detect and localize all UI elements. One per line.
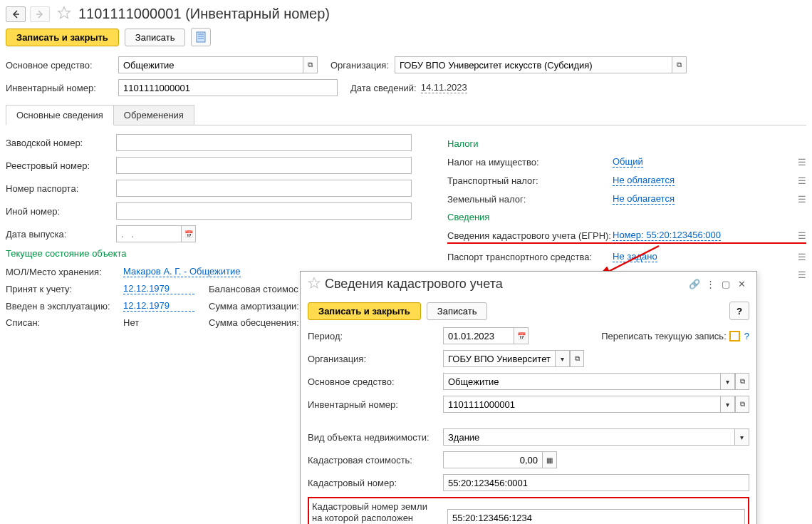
dlg-cadcost-calc[interactable]: ▦ <box>543 451 557 468</box>
passport-no-label: Номер паспорта: <box>6 183 116 194</box>
date-label: Дата сведений: <box>350 83 417 93</box>
release-date-picker[interactable]: 📅 <box>182 225 196 242</box>
row-inv: Инвентарный номер: Дата сведений: 14.11.… <box>6 79 806 96</box>
pts-link[interactable]: Не задано <box>613 251 657 262</box>
inv-input[interactable] <box>118 79 338 96</box>
favorite-star-icon[interactable] <box>308 277 321 292</box>
list-icon[interactable]: ☰ <box>789 230 806 241</box>
land-tax-link[interactable]: Не облагается <box>613 193 675 205</box>
open-icon: ⧉ <box>740 400 745 409</box>
dlg-period-picker[interactable]: 📅 <box>514 327 529 344</box>
page-title: 1101111000001 (Инвентарный номер) <box>78 6 330 22</box>
section-info: Сведения <box>447 212 806 222</box>
dlg-objtype-input[interactable] <box>443 428 735 446</box>
svg-marker-8 <box>309 277 320 287</box>
tab-encumbrances[interactable]: Обременения <box>113 105 194 125</box>
dlg-objtype-dropdown[interactable]: ▾ <box>735 428 749 446</box>
chevron-down-icon: ▾ <box>726 378 729 386</box>
back-button[interactable] <box>6 6 26 22</box>
dlg-asset-dropdown[interactable]: ▾ <box>721 373 735 390</box>
row-asset: Основное средство: ⧉ Организация: ⧉ <box>6 56 806 73</box>
list-icon[interactable]: ☰ <box>789 194 806 205</box>
dlg-asset-input[interactable] <box>443 373 721 390</box>
passport-no-input[interactable] <box>116 180 412 197</box>
dlg-inv-label: Инвентарный номер: <box>308 399 443 410</box>
list-icon[interactable]: ☰ <box>789 252 806 262</box>
dlg-cadno-label: Кадастровый номер: <box>308 478 443 488</box>
help-hint-icon[interactable]: ? <box>744 331 749 341</box>
date-value[interactable]: 14.11.2023 <box>421 82 467 93</box>
dlg-landno-input[interactable] <box>447 509 745 524</box>
dialog-header: Сведения кадастрового учета 🔗 ⋮ ▢ ✕ <box>301 272 756 296</box>
land-tax-label: Земельный налог: <box>447 194 613 205</box>
open-icon: ⧉ <box>677 61 682 69</box>
property-tax-label: Налог на имущество: <box>447 157 613 168</box>
dlg-asset-open[interactable]: ⧉ <box>735 373 749 390</box>
save-close-button[interactable]: Записать и закрыть <box>6 29 119 46</box>
dialog-toolbar: Записать и закрыть Записать ? <box>308 302 749 320</box>
registry-no-label: Реестровый номер: <box>6 160 116 171</box>
release-date-input[interactable] <box>116 225 182 242</box>
dlg-save-button[interactable]: Записать <box>427 302 488 320</box>
org-open-button[interactable]: ⧉ <box>672 56 687 73</box>
forward-button[interactable] <box>30 6 50 22</box>
commissioned-link[interactable]: 12.12.1979 <box>123 300 194 312</box>
accepted-link[interactable]: 12.12.1979 <box>123 283 194 294</box>
asset-open-button[interactable]: ⧉ <box>303 56 318 73</box>
dlg-inv-open[interactable]: ⧉ <box>735 396 749 413</box>
open-icon: ⧉ <box>308 61 313 69</box>
cadastre-label: Сведения кадастрового учета (ЕГРН): <box>447 230 613 241</box>
property-tax-link[interactable]: Общий <box>613 156 643 168</box>
list-icon[interactable]: ☰ <box>789 269 806 280</box>
transport-tax-link[interactable]: Не облагается <box>613 175 675 186</box>
accepted-label: Принят к учету: <box>6 284 123 294</box>
dlg-org-open[interactable]: ⧉ <box>570 350 584 367</box>
list-icon[interactable]: ☰ <box>789 175 806 186</box>
mol-label: МОЛ/Место хранения: <box>6 267 123 277</box>
highlighted-row: Кадастровый номер землина которой распол… <box>308 497 749 524</box>
cadastre-dialog: Сведения кадастрового учета 🔗 ⋮ ▢ ✕ Запи… <box>300 271 757 524</box>
asset-input[interactable] <box>118 56 303 73</box>
top-nav: 1101111000001 (Инвентарный номер) <box>6 6 806 22</box>
impair-label: Сумма обесценения: <box>209 317 299 328</box>
close-icon[interactable]: ✕ <box>734 276 749 292</box>
commissioned-label: Введен в эксплуатацию: <box>6 301 123 312</box>
more-icon[interactable]: ⋮ <box>702 276 718 292</box>
help-button[interactable]: ? <box>729 302 749 320</box>
tab-main-info[interactable]: Основные сведения <box>6 105 114 125</box>
other-no-label: Иной номер: <box>6 206 116 217</box>
pts-label: Паспорт транспортного средства: <box>447 252 613 262</box>
calendar-icon: 📅 <box>517 332 526 340</box>
mol-link[interactable]: Макаров А. Г. - Общежитие <box>123 266 241 277</box>
dlg-overwrite-label: Переписать текущую запись: <box>601 331 727 341</box>
document-icon <box>196 31 206 43</box>
maximize-icon[interactable]: ▢ <box>718 276 734 292</box>
dlg-save-close-button[interactable]: Записать и закрыть <box>308 302 421 320</box>
save-button[interactable]: Записать <box>125 29 186 46</box>
org-input[interactable] <box>395 56 672 73</box>
dlg-inv-input[interactable] <box>443 396 721 413</box>
dlg-cadno-input[interactable] <box>443 474 749 491</box>
dlg-inv-dropdown[interactable]: ▾ <box>721 396 735 413</box>
other-no-input[interactable] <box>116 202 412 220</box>
chevron-down-icon: ▾ <box>726 401 729 409</box>
cadastre-link[interactable]: Номер: 55:20:123456:000 <box>613 230 721 241</box>
link-icon[interactable]: 🔗 <box>687 276 702 292</box>
factory-no-label: Заводской номер: <box>6 138 116 148</box>
dialog-body: Записать и закрыть Записать ? Период: 📅 … <box>301 296 756 524</box>
dlg-overwrite-checkbox[interactable] <box>729 331 740 341</box>
dlg-period-label: Период: <box>308 331 443 341</box>
dlg-org-dropdown[interactable]: ▾ <box>556 350 570 367</box>
dlg-cadcost-input[interactable] <box>443 451 543 468</box>
list-icon[interactable]: ☰ <box>789 157 806 168</box>
dlg-period-input[interactable] <box>443 327 514 344</box>
registry-no-input[interactable] <box>116 157 412 174</box>
svg-marker-2 <box>58 7 71 19</box>
report-button[interactable] <box>191 28 211 46</box>
dlg-org-input[interactable] <box>443 350 556 367</box>
favorite-star-icon[interactable] <box>57 6 71 22</box>
dlg-objtype-label: Вид объекта недвижимости: <box>308 432 443 443</box>
arrow-left-icon <box>11 10 20 19</box>
dlg-org-label: Организация: <box>308 354 443 364</box>
factory-no-input[interactable] <box>116 134 412 151</box>
